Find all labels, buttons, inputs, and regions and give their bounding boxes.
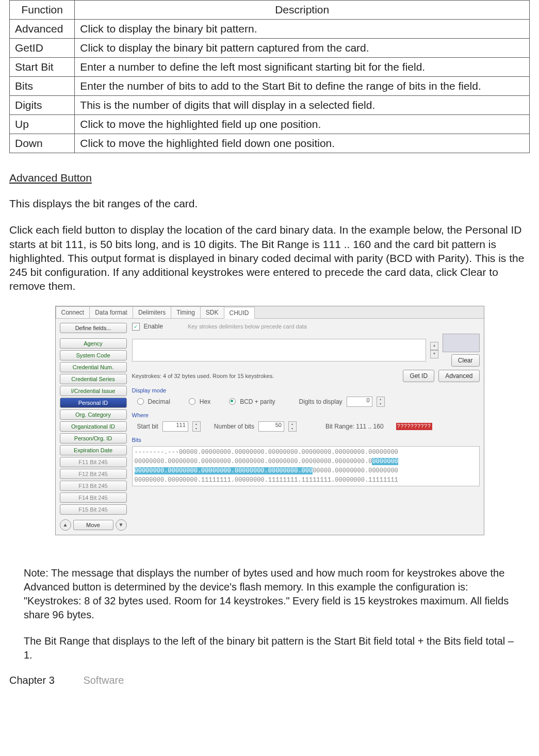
start-bit-spinner[interactable]: ▴▾ [192,421,201,432]
field-sidebar: Define fields... Agency System Code Cred… [60,323,127,531]
keystrokes-status: Keystrokes: 4 of 32 bytes used. Room for… [132,373,399,379]
scroll-up-icon[interactable]: ▴ [430,342,438,350]
tab-timing[interactable]: Timing [171,306,201,318]
table-row: AdvancedClick to display the binary bit … [10,20,530,39]
decimal-radio[interactable] [137,398,144,405]
sidebar-item-agency[interactable]: Agency [60,338,127,349]
table-header-function: Function [10,1,75,20]
tab-bar: Connect Data format Delimiters Timing SD… [56,306,484,319]
tab-sdk[interactable]: SDK [200,306,224,318]
keystrokes-textbox[interactable] [132,339,426,361]
move-button[interactable]: Move [73,520,113,530]
bcd-radio[interactable] [229,398,236,405]
bit-range-label: Bit Range: 111 .. 160 [325,423,384,430]
bcd-label: BCD + parity [240,398,275,405]
sidebar-item-f14[interactable]: F14 Bit 245 [60,492,127,503]
functions-table: Function Description AdvancedClick to di… [9,0,530,153]
clear-button[interactable]: Clear [451,354,480,367]
section-heading: Advanced Button [9,172,530,184]
sidebar-item-f13[interactable]: F13 Bit 245 [60,481,127,491]
sidebar-item-org-category[interactable]: Org. Category [60,409,127,420]
move-up-icon[interactable]: ▲ [60,519,71,531]
bit-range-error-icon: ?????????? [396,423,432,430]
table-row: DownClick to move the highlighted field … [10,134,530,153]
note-paragraph: The Bit Range that displays to the left … [24,634,515,662]
tab-connect[interactable]: Connect [56,306,90,318]
sidebar-item-credential-num[interactable]: Credential Num. [60,362,127,372]
display-mode-title: Display mode [132,387,480,393]
num-bits-spinner[interactable]: ▴▾ [288,421,297,432]
bits-title: Bits [132,437,480,443]
start-bit-label: Start bit [137,423,158,430]
enable-checkbox[interactable]: ✓ [132,323,140,331]
table-row: Start BitEnter a number to define the le… [10,58,530,77]
screenshot-dialog: Connect Data format Delimiters Timing SD… [55,306,484,535]
sidebar-item-credential-series[interactable]: Credential Series [60,374,127,384]
sidebar-item-f15[interactable]: F15 Bit 245 [60,504,127,515]
table-row: GetIDClick to display the binary bit pat… [10,39,530,58]
sidebar-item-f11[interactable]: F11 Bit 245 [60,457,127,467]
table-row: UpClick to move the highlighted field up… [10,115,530,134]
hex-label: Hex [200,398,210,405]
start-bit-input[interactable]: 111 [162,421,188,432]
bits-display: --------.---00000.00000000.00000000.0000… [132,446,480,486]
sidebar-item-system-code[interactable]: System Code [60,350,127,360]
sidebar-item-personal-id[interactable]: Personal ID [60,398,127,408]
sidebar-item-icredential-issue[interactable]: I/Credential Issue [60,386,127,396]
digits-input[interactable]: 0 [347,397,372,407]
note-paragraph: Note: The message that displays the numb… [24,566,515,622]
keypad-thumbnail [443,334,480,352]
enable-hint: Key strokes delimiters below precede car… [188,323,307,330]
define-fields-button[interactable]: Define fields... [60,323,127,333]
page-footer: Chapter 3 Software [9,675,530,686]
where-title: Where [132,412,480,418]
get-id-button[interactable]: Get ID [403,370,434,382]
tab-data-format[interactable]: Data format [89,306,133,318]
sidebar-item-person-org-id[interactable]: Person/Org. ID [60,433,127,443]
num-bits-input[interactable]: 50 [258,421,284,432]
enable-label: Enable [144,323,163,330]
num-bits-label: Number of bits [214,423,254,430]
sidebar-item-f12[interactable]: F12 Bit 245 [60,469,127,479]
table-row: DigitsThis is the number of digits that … [10,96,530,115]
tab-chuid[interactable]: CHUID [224,307,255,319]
sidebar-item-organizational-id[interactable]: Organizational ID [60,421,127,432]
hex-radio[interactable] [189,398,195,405]
digits-spinner[interactable]: ▴▾ [377,397,385,407]
paragraph: This displays the bit ranges of the card… [9,196,530,210]
footer-section: Software [83,675,124,686]
advanced-button[interactable]: Advanced [438,370,479,382]
move-down-icon[interactable]: ▼ [116,519,127,531]
paragraph: Click each field button to display the l… [9,223,530,293]
sidebar-item-expiration-date[interactable]: Expiration Date [60,445,127,455]
table-row: BitsEnter the number of bits to add to t… [10,77,530,96]
scroll-down-icon[interactable]: ▾ [430,350,438,358]
table-header-description: Description [75,1,530,20]
tab-delimiters[interactable]: Delimiters [133,306,171,318]
digits-label: Digits to display [299,398,342,405]
footer-chapter: Chapter 3 [9,675,55,686]
decimal-label: Decimal [148,398,170,405]
